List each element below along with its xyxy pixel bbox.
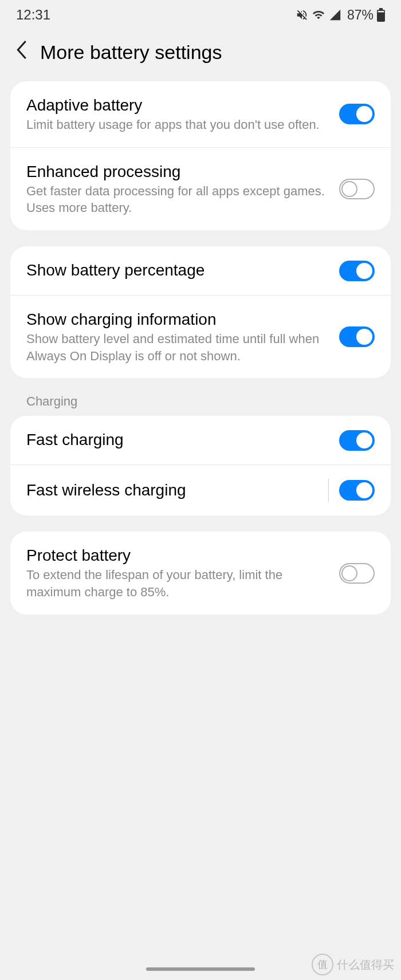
svg-rect-1 [379,8,383,10]
section-charging-label: Charging [0,394,401,416]
page-title: More battery settings [40,41,222,64]
battery-percentage: 87% [347,7,374,23]
status-time: 12:31 [16,7,50,23]
show-charging-information-toggle[interactable] [339,326,375,347]
wifi-icon [312,9,325,21]
fast-charging-toggle[interactable] [339,430,375,451]
setting-desc: Limit battery usage for apps that you do… [26,116,328,133]
setting-adaptive-battery[interactable]: Adaptive battery Limit battery usage for… [10,81,391,147]
setting-title: Enhanced processing [26,162,328,182]
setting-desc: Get faster data processing for all apps … [26,183,328,217]
setting-title: Fast wireless charging [26,480,317,500]
watermark-text: 什么值得买 [337,957,394,973]
fast-wireless-charging-toggle[interactable] [339,480,375,501]
settings-card-3: Fast charging Fast wireless charging [10,416,391,515]
header: More battery settings [0,27,401,81]
settings-card-4: Protect battery To extend the lifespan o… [10,532,391,614]
vibrate-icon [296,9,308,21]
status-bar: 12:31 87% [0,0,401,27]
protect-battery-toggle[interactable] [339,563,375,584]
settings-card-1: Adaptive battery Limit battery usage for… [10,81,391,230]
setting-title: Protect battery [26,545,328,565]
setting-fast-charging[interactable]: Fast charging [10,416,391,465]
adaptive-battery-toggle[interactable] [339,104,375,124]
signal-icon [329,9,341,21]
show-battery-percentage-toggle[interactable] [339,261,375,281]
toggle-divider [328,479,329,502]
setting-title: Fast charging [26,430,328,450]
svg-rect-2 [378,11,384,13]
gesture-nav-bar[interactable] [146,967,255,971]
watermark-icon: 值 [312,954,333,975]
setting-title: Show battery percentage [26,260,328,280]
settings-card-2: Show battery percentage Show charging in… [10,246,391,378]
setting-protect-battery[interactable]: Protect battery To extend the lifespan o… [10,532,391,614]
setting-desc: Show battery level and estimated time un… [26,330,328,364]
enhanced-processing-toggle[interactable] [339,179,375,199]
setting-show-charging-information[interactable]: Show charging information Show battery l… [10,295,391,378]
setting-show-battery-percentage[interactable]: Show battery percentage [10,246,391,295]
watermark: 值 什么值得买 [312,954,394,975]
setting-fast-wireless-charging[interactable]: Fast wireless charging [10,465,391,515]
setting-title: Adaptive battery [26,95,328,115]
battery-icon [377,8,385,22]
setting-title: Show charging information [26,309,328,329]
setting-enhanced-processing[interactable]: Enhanced processing Get faster data proc… [10,147,391,230]
status-right: 87% [296,7,385,23]
setting-desc: To extend the lifespan of your battery, … [26,566,328,600]
back-icon[interactable] [16,40,27,64]
